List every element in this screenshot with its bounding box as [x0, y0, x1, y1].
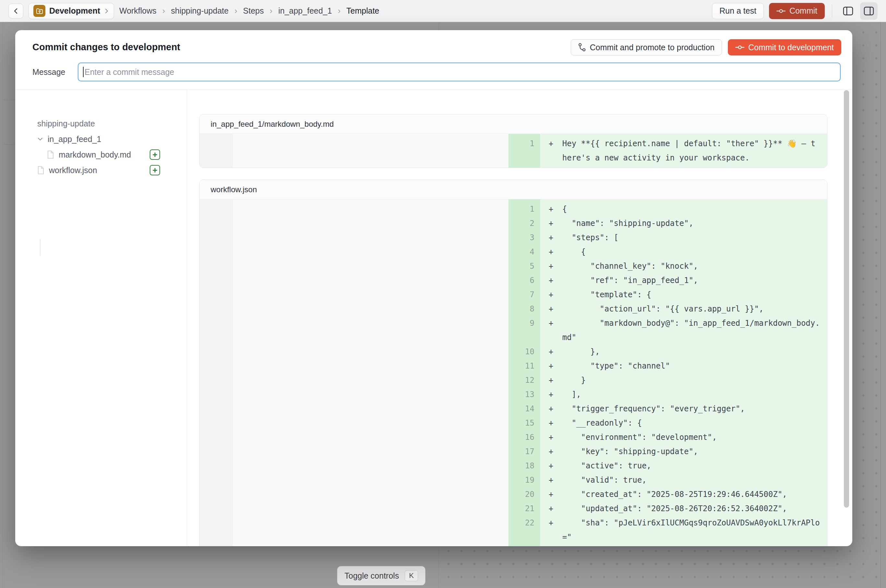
- environment-selector[interactable]: Development: [28, 3, 114, 19]
- chevron-right-icon: [104, 8, 109, 14]
- diff-line: 1+{: [508, 202, 827, 216]
- diff-add-sign: +: [540, 416, 562, 430]
- text-caret: [83, 67, 84, 77]
- breadcrumb-separator: ›: [162, 6, 165, 16]
- diff-file-name: workflow.json: [199, 180, 827, 200]
- line-number: 7: [508, 288, 540, 302]
- line-number: 13: [508, 387, 540, 402]
- diff-add-sign: +: [540, 359, 562, 373]
- file-icon: [47, 150, 54, 159]
- modal-actions: Commit and promote to production Commit …: [571, 39, 841, 56]
- diff-new-side: 1+Hey **{{ recipient.name | default: "th…: [508, 134, 827, 168]
- tree-step-in-app-feed[interactable]: in_app_feed_1: [15, 131, 187, 147]
- diff-new-side: 1+{2+ "name": "shipping-update",3+ "step…: [508, 200, 827, 546]
- code-text: "markdown_body@": "in_app_feed_1/markdow…: [562, 316, 820, 345]
- line-number: 8: [508, 302, 540, 316]
- line-number: 12: [508, 373, 540, 387]
- diff-line: 19+ "valid": true,: [508, 473, 827, 487]
- diff-add-sign: +: [540, 273, 562, 288]
- diff-body: 1+{2+ "name": "shipping-update",3+ "step…: [199, 200, 827, 546]
- breadcrumb-item-in_app_feed_1[interactable]: in_app_feed_1: [278, 6, 332, 15]
- code-text: "created_at": "2025-08-25T19:29:46.64450…: [562, 487, 820, 501]
- diff-add-sign: +: [540, 245, 562, 259]
- line-number: 6: [508, 273, 540, 288]
- line-number: 4: [508, 245, 540, 259]
- tree-indent-guide: [40, 239, 40, 256]
- commit-message-row: Message Enter a commit message: [32, 63, 841, 81]
- line-number: 16: [508, 430, 540, 444]
- code-text: }: [562, 373, 820, 387]
- diff-line: 6+ "ref": "in_app_feed_1",: [508, 273, 827, 288]
- line-number: 17: [508, 444, 540, 459]
- code-text: {: [562, 202, 820, 216]
- added-file-badge: +: [150, 149, 160, 160]
- diff-cards-scroll-area[interactable]: in_app_feed_1/markdown_body.md1+Hey **{{…: [199, 90, 833, 546]
- code-text: "key": "shipping-update",: [562, 444, 820, 459]
- canvas-right-strip: [881, 22, 886, 588]
- promote-branch-icon: [578, 43, 586, 52]
- breadcrumb-item-shipping-update[interactable]: shipping-update: [171, 6, 229, 15]
- line-number: 23: [508, 544, 540, 546]
- line-number: 14: [508, 402, 540, 416]
- code-text: },: [562, 345, 820, 359]
- diff-add-sign: +: [540, 544, 562, 546]
- chevron-left-icon: [13, 8, 19, 14]
- modal-scrollbar[interactable]: [844, 90, 849, 538]
- code-text: ],: [562, 387, 820, 402]
- line-number: 10: [508, 345, 540, 359]
- commit-button[interactable]: Commit: [769, 3, 825, 19]
- toggle-controls-button[interactable]: Toggle controls K: [337, 566, 426, 585]
- tree-file-markdown-body[interactable]: markdown_body.md +: [15, 147, 187, 162]
- tree-file-workflow-json[interactable]: workflow.json +: [15, 162, 187, 178]
- diff-line: 8+ "action_url": "{{ vars.app_url }}",: [508, 302, 827, 316]
- commit-and-promote-button[interactable]: Commit and promote to production: [571, 39, 722, 56]
- code-text: "type": "channel": [562, 359, 820, 373]
- diff-add-sign: +: [540, 402, 562, 416]
- diff-card: in_app_feed_1/markdown_body.md1+Hey **{{…: [199, 114, 828, 168]
- line-number: 20: [508, 487, 540, 501]
- panel-left-toggle[interactable]: [840, 2, 857, 20]
- added-file-badge: +: [150, 165, 160, 176]
- chevron-down-icon: [37, 136, 43, 142]
- diff-line: 16+ "environment": "development",: [508, 430, 827, 444]
- commit-modal: Commit changes to development Commit and…: [15, 30, 852, 546]
- breadcrumb: Workflows›shipping-update›Steps›in_app_f…: [119, 6, 379, 16]
- diff-line: 2+ "name": "shipping-update",: [508, 216, 827, 231]
- breadcrumb-separator: ›: [270, 6, 273, 16]
- panel-border: [3, 22, 3, 588]
- diff-line: 13+ ],: [508, 387, 827, 402]
- line-number: 5: [508, 259, 540, 273]
- code-text: "steps": [: [562, 231, 820, 245]
- panel-right-toggle[interactable]: [860, 2, 878, 20]
- diff-line: 20+ "created_at": "2025-08-25T19:29:46.6…: [508, 487, 827, 501]
- toggle-controls-label: Toggle controls: [345, 571, 399, 580]
- diff-line: 18+ "active": true,: [508, 459, 827, 473]
- diff-card: workflow.json1+{2+ "name": "shipping-upd…: [199, 180, 828, 546]
- breadcrumb-item-template[interactable]: Template: [346, 6, 379, 15]
- code-text: "trigger_frequency": "every_trigger",: [562, 402, 820, 416]
- diff-add-sign: +: [540, 459, 562, 473]
- run-a-test-button[interactable]: Run a test: [712, 3, 764, 19]
- topbar-actions: Run a test Commit: [712, 2, 878, 20]
- commit-to-development-button[interactable]: Commit to development: [728, 39, 841, 56]
- diff-line: 22+ "sha": "pJeLVir6xIlUCMGqs9qroZoUAVDS…: [508, 516, 827, 544]
- environment-label: Development: [49, 6, 100, 15]
- diff-add-sign: +: [540, 373, 562, 387]
- diff-line: 10+ },: [508, 345, 827, 359]
- breadcrumb-item-steps[interactable]: Steps: [243, 6, 264, 15]
- diff-add-sign: +: [540, 473, 562, 487]
- line-number: 19: [508, 473, 540, 487]
- scrollbar-thumb[interactable]: [844, 90, 849, 508]
- commit-icon: [735, 44, 744, 51]
- diff-line: 21+ "updated_at": "2025-08-26T20:26:52.3…: [508, 501, 827, 516]
- code-text: "ref": "in_app_feed_1",: [562, 273, 820, 288]
- diff-add-sign: +: [540, 516, 562, 544]
- diff-line: 1+Hey **{{ recipient.name | default: "th…: [508, 136, 827, 165]
- message-label: Message: [32, 68, 78, 77]
- app-root: { "topbar": { "back_label": "back", "env…: [0, 0, 886, 588]
- breadcrumb-item-workflows[interactable]: Workflows: [119, 6, 156, 15]
- diff-add-sign: +: [540, 216, 562, 231]
- diff-add-sign: +: [540, 136, 562, 165]
- back-button[interactable]: [8, 4, 23, 18]
- commit-message-input[interactable]: Enter a commit message: [78, 63, 841, 81]
